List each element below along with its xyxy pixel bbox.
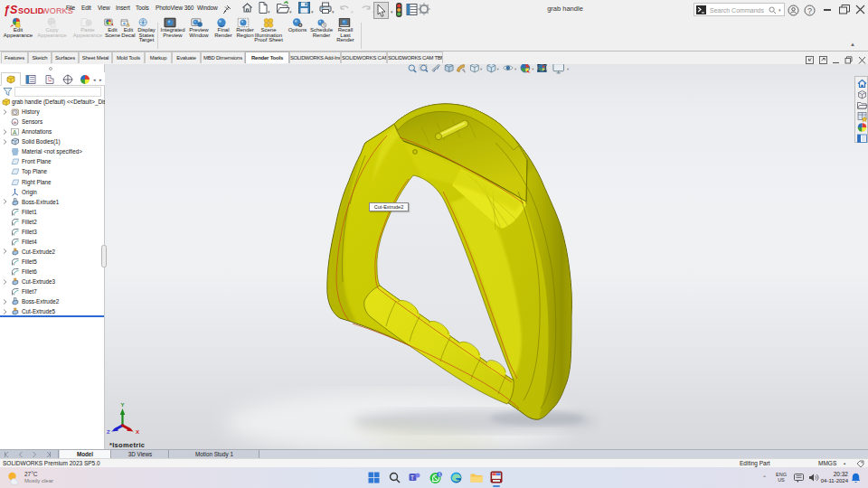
svg-text:▾: ▾ (497, 67, 500, 71)
svg-text:▾: ▾ (567, 67, 570, 71)
svg-text:X: X (136, 429, 139, 435)
svg-text:▾: ▾ (480, 67, 483, 71)
svg-text:6: 6 (439, 472, 441, 477)
svg-text:A: A (13, 129, 17, 136)
svg-text:T: T (410, 474, 414, 481)
svg-text:▾: ▾ (532, 67, 534, 71)
svg-text:SOLID: SOLID (18, 6, 44, 15)
svg-text:ƒS: ƒS (4, 4, 18, 16)
svg-text:▾: ▾ (514, 67, 517, 71)
svg-text:?: ? (807, 6, 812, 15)
svg-text:Y: Y (121, 402, 125, 408)
svg-text:Z: Z (107, 429, 110, 435)
